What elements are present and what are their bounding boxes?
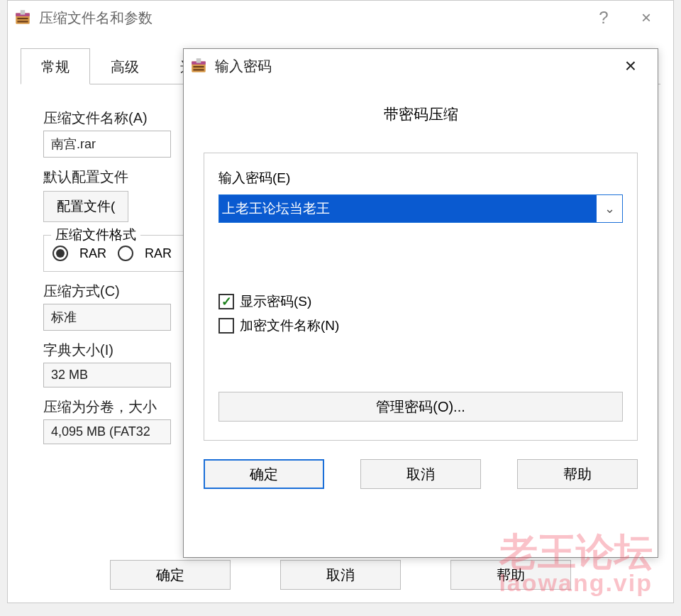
main-ok-button[interactable]: 确定	[110, 560, 231, 590]
method-dropdown[interactable]: 标准	[43, 304, 171, 331]
radio-rar4[interactable]	[118, 246, 133, 261]
main-titlebar: 压缩文件名和参数 ? ×	[8, 1, 673, 35]
split-dropdown[interactable]: 4,095 MB (FAT32	[43, 419, 171, 444]
format-group: 压缩文件格式 RAR RAR	[43, 235, 185, 272]
main-button-row: 确定 取消 帮助	[8, 560, 673, 590]
main-title: 压缩文件名和参数	[39, 9, 582, 28]
modal-heading: 带密码压缩	[204, 104, 638, 124]
svg-rect-8	[193, 69, 204, 70]
modal-ok-button[interactable]: 确定	[204, 459, 324, 489]
help-button[interactable]: ?	[582, 8, 625, 28]
modal-titlebar: 输入密码 ×	[184, 49, 658, 83]
radio-rar[interactable]	[52, 246, 68, 261]
svg-rect-2	[17, 18, 28, 19]
modal-close-button[interactable]: ×	[609, 55, 652, 77]
radio-rar-label: RAR	[79, 246, 106, 261]
filename-label: 压缩文件名称(A)	[43, 109, 192, 128]
modal-button-row: 确定 取消 帮助	[184, 441, 658, 489]
password-value-wrap[interactable]: 上老王论坛当老王	[219, 195, 597, 222]
password-label: 输入密码(E)	[218, 169, 623, 187]
dict-label: 字典大小(I)	[43, 341, 192, 360]
encrypt-names-label: 加密文件名称(N)	[240, 317, 339, 335]
modal-help-button[interactable]: 帮助	[517, 459, 638, 489]
tab-advanced[interactable]: 高级	[90, 48, 160, 84]
password-dialog: 输入密码 × 带密码压缩 输入密码(E) 上老王论坛当老王 ⌄ 显示密码(S) …	[183, 48, 658, 558]
profile-button[interactable]: 配置文件(	[43, 191, 128, 222]
winrar-icon	[13, 9, 32, 27]
modal-cancel-button[interactable]: 取消	[360, 459, 481, 489]
manage-passwords-button[interactable]: 管理密码(O)...	[218, 392, 623, 422]
show-password-checkbox[interactable]	[218, 294, 234, 309]
chevron-down-icon[interactable]: ⌄	[597, 201, 622, 216]
format-group-title: 压缩文件格式	[51, 226, 140, 244]
modal-body: 带密码压缩 输入密码(E) 上老王论坛当老王 ⌄ 显示密码(S) 加密文件名称(…	[184, 83, 658, 441]
main-cancel-button[interactable]: 取消	[280, 560, 401, 590]
method-label: 压缩方式(C)	[43, 282, 192, 301]
password-group: 输入密码(E) 上老王论坛当老王 ⌄ 显示密码(S) 加密文件名称(N) 管理密…	[204, 153, 638, 441]
encrypt-names-checkbox[interactable]	[218, 318, 234, 334]
main-help-button[interactable]: 帮助	[450, 560, 571, 590]
default-profile-label: 默认配置文件	[43, 167, 192, 187]
radio-rar4-label: RAR	[145, 246, 172, 261]
winrar-icon	[189, 57, 208, 75]
password-combobox[interactable]: 上老王论坛当老王 ⌄	[218, 194, 623, 223]
svg-rect-3	[17, 21, 28, 22]
svg-rect-4	[21, 10, 26, 15]
close-button[interactable]: ×	[625, 8, 668, 28]
password-value[interactable]: 上老王论坛当老王	[222, 199, 330, 218]
modal-title: 输入密码	[215, 57, 609, 76]
dict-dropdown[interactable]: 32 MB	[43, 363, 171, 387]
general-tab-content: 压缩文件名称(A) 南宫.rar 默认配置文件 配置文件( 压缩文件格式 RAR…	[8, 84, 192, 444]
filename-input[interactable]: 南宫.rar	[43, 131, 171, 158]
split-label: 压缩为分卷，大小	[43, 397, 192, 417]
tab-general[interactable]: 常规	[21, 48, 90, 84]
svg-rect-9	[196, 58, 201, 63]
show-password-label: 显示密码(S)	[240, 292, 311, 311]
svg-rect-7	[193, 66, 204, 67]
